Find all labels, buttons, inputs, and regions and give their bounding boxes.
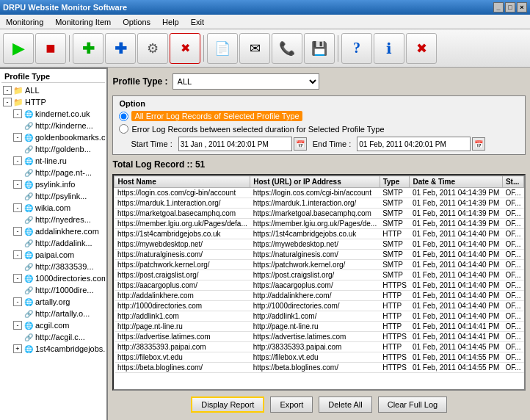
tree-item-artally[interactable]: - 🌐 artally.org	[1, 296, 105, 308]
stop-button[interactable]: ■	[35, 33, 66, 64]
radio-all-label: All Error Log Records of Selected Profil…	[131, 111, 302, 121]
tree-item-all[interactable]: - 📁 ALL	[1, 84, 105, 96]
tree-item-paipai-sub[interactable]: 🔗 http://3833539...	[1, 261, 105, 272]
export-btn[interactable]: Export	[270, 397, 313, 413]
tree-item-psylink-sub[interactable]: 🔗 http://psylink...	[1, 190, 105, 202]
expand-ntline[interactable]: -	[13, 156, 22, 165]
display-report-btn[interactable]: Display Report	[191, 397, 264, 413]
help-button[interactable]: ?	[341, 33, 372, 64]
expand-1st4cambridge[interactable]: +	[13, 344, 22, 353]
tree-item-wikia[interactable]: - 🌐 wikia.com	[1, 202, 105, 214]
tree-item-addalink-sub[interactable]: 🔗 http://addalink...	[1, 237, 105, 249]
tree-item-golden-sub[interactable]: 🔗 http://goldenb...	[1, 143, 105, 155]
cell-status: OF...	[502, 260, 523, 270]
tree-label-psylink-sub: http://psylink...	[35, 192, 87, 200]
expand-kindernet[interactable]: -	[13, 109, 22, 118]
expand-http[interactable]: -	[3, 98, 12, 106]
phone-button[interactable]: 📞	[272, 33, 302, 64]
table-row[interactable]: http://page.nt-line.ruhttp://page.nt-lin…	[115, 322, 524, 332]
tree-item-kindernet-sub[interactable]: 🔗 http://kinderne...	[1, 120, 105, 131]
expand-golden[interactable]: -	[13, 133, 22, 142]
folder-icon-http: 📁	[13, 97, 23, 107]
tree-item-kindernet[interactable]: - 🌐 kindernet.co.uk	[1, 108, 105, 120]
start-cal-btn[interactable]: 📅	[294, 137, 307, 151]
expand-addalink[interactable]: -	[13, 227, 22, 236]
document-button[interactable]: 📄	[207, 33, 238, 64]
start-time-input[interactable]	[178, 137, 292, 151]
tree-item-addalink[interactable]: - 🌐 addalinkhere.com	[1, 225, 105, 237]
menu-options[interactable]: Options	[120, 16, 153, 28]
radio-duration[interactable]	[119, 124, 128, 134]
table-row[interactable]: http://addlink1.comhttp://addlink1.com/H…	[115, 311, 524, 322]
log-table-body: https://login.cos.com/cgi-bin/accounthtt…	[115, 188, 524, 373]
table-row[interactable]: https://1st4cambridgejobs.co.ukhttps://1…	[115, 229, 524, 239]
tree-label-http: HTTP	[25, 98, 46, 106]
add-green-button[interactable]: ✚	[73, 33, 104, 64]
clear-full-log-btn[interactable]: Clear Full Log	[378, 397, 447, 413]
radio-all-records[interactable]	[119, 112, 128, 121]
menu-help[interactable]: Help	[159, 16, 182, 28]
col-datetime: Date & Time	[410, 176, 502, 188]
table-row[interactable]: http://1000directories.comhttp://1000dir…	[115, 301, 524, 311]
window-controls[interactable]: _ □ ×	[493, 2, 527, 12]
table-row[interactable]: https://login.cos.com/cgi-bin/accounthtt…	[115, 188, 524, 198]
settings-button[interactable]: ⚙	[137, 33, 168, 64]
col-host: Host Name	[115, 176, 250, 188]
tree-item-wikia-sub[interactable]: 🔗 http://nyedres...	[1, 214, 105, 225]
expand-psylink[interactable]: -	[13, 180, 22, 189]
expand-paipai[interactable]: -	[13, 250, 22, 259]
email-button[interactable]: ✉	[239, 33, 270, 64]
minimize-btn[interactable]: _	[493, 2, 504, 12]
tree-item-artally-sub[interactable]: 🔗 http://artally.o...	[1, 308, 105, 319]
info-button[interactable]: ℹ	[374, 33, 404, 64]
table-row[interactable]: https://post.craigslist.org/https://post…	[115, 270, 524, 280]
end-time-input[interactable]	[357, 137, 471, 151]
table-row[interactable]: https://marketgoal.basecamphq.comhttps:/…	[115, 209, 524, 219]
table-row[interactable]: https://aacargoplus.com/https://aacargop…	[115, 280, 524, 291]
end-time-field: 📅	[357, 137, 485, 151]
table-row[interactable]: https://advertise.latimes.comhttps://adv…	[115, 332, 524, 342]
expand-artally[interactable]: -	[13, 297, 22, 306]
expand-all[interactable]: -	[3, 86, 12, 95]
table-row[interactable]: https://filebox.vt.eduhttps://filebox.vt…	[115, 352, 524, 363]
table-row[interactable]: https://marduk.1.interaction.org/https:/…	[115, 198, 524, 209]
export-button[interactable]: 💾	[304, 33, 335, 64]
close-btn[interactable]: ×	[517, 2, 527, 12]
table-row[interactable]: https://naturalginesis.com/https://natur…	[115, 250, 524, 260]
table-row[interactable]: https://mywebdesktop.net/https://mywebde…	[115, 239, 524, 250]
datetime-row: Start Time : 📅 End Time : 📅	[131, 137, 519, 151]
tree-item-paipai[interactable]: - 🌐 paipai.com	[1, 249, 105, 261]
menu-monitoring-item[interactable]: Monitoring Item	[52, 16, 114, 28]
tree-item-ntline[interactable]: - 🌐 nt-line.ru	[1, 155, 105, 167]
tree-item-acgil[interactable]: - 🌐 acgil.com	[1, 319, 105, 331]
expand-acgil[interactable]: -	[13, 321, 22, 330]
table-row[interactable]: http://addalinkhere.comhttp://addalinkhe…	[115, 291, 524, 301]
end-cal-btn[interactable]: 📅	[472, 137, 485, 151]
tree-item-psylink[interactable]: - 🌐 psylink.info	[1, 178, 105, 190]
close-red-button[interactable]: ✖	[406, 33, 437, 64]
menu-exit[interactable]: Exit	[188, 16, 207, 28]
expand-wikia[interactable]: -	[13, 203, 22, 212]
menu-monitoring[interactable]: Monitoring	[3, 16, 46, 28]
tree-item-1st4cambridge[interactable]: + 🌐 1st4cambridgejobs.	[1, 343, 105, 355]
col-type: Type	[380, 176, 410, 188]
tree-item-http[interactable]: - 📁 HTTP	[1, 96, 105, 108]
tree-item-goldenbookmarks[interactable]: - 🌐 goldenbookmarks.c...	[1, 131, 105, 143]
delete-button[interactable]: ✖	[170, 33, 200, 64]
maximize-btn[interactable]: □	[505, 2, 515, 12]
expand-1000dir[interactable]: -	[13, 274, 22, 283]
table-row[interactable]: https://beta.bloglines.com/https://beta.…	[115, 363, 524, 373]
tree-root: - 📁 ALL - 📁 HTTP - 🌐 kindernet.co.uk 🔗 h…	[1, 84, 105, 355]
tree-item-1000dir[interactable]: - 🌐 1000directories.com	[1, 272, 105, 284]
table-row[interactable]: https://patchwork.kernel.org/https://pat…	[115, 260, 524, 270]
table-row[interactable]: http://38335393.paipai.comhttp://3833539…	[115, 342, 524, 352]
tree-item-acgil-sub[interactable]: 🔗 http://acgil.c...	[1, 331, 105, 343]
log-table-container[interactable]: Host Name Host (URL) or IP Address Type …	[112, 174, 526, 391]
tree-item-1000dir-sub[interactable]: 🔗 http://1000dire...	[1, 284, 105, 296]
tree-item-ntline-sub[interactable]: 🔗 http://page.nt-...	[1, 167, 105, 178]
table-row[interactable]: https://member.lgiu.org.uk/Pages/defa...…	[115, 219, 524, 229]
profile-type-select[interactable]: ALL HTTP HTTPS SMTP FTP	[173, 73, 319, 90]
play-button[interactable]: ▶	[3, 33, 34, 64]
delete-all-btn[interactable]: Delete All	[319, 397, 371, 413]
add-blue-button[interactable]: ✚	[105, 33, 136, 64]
